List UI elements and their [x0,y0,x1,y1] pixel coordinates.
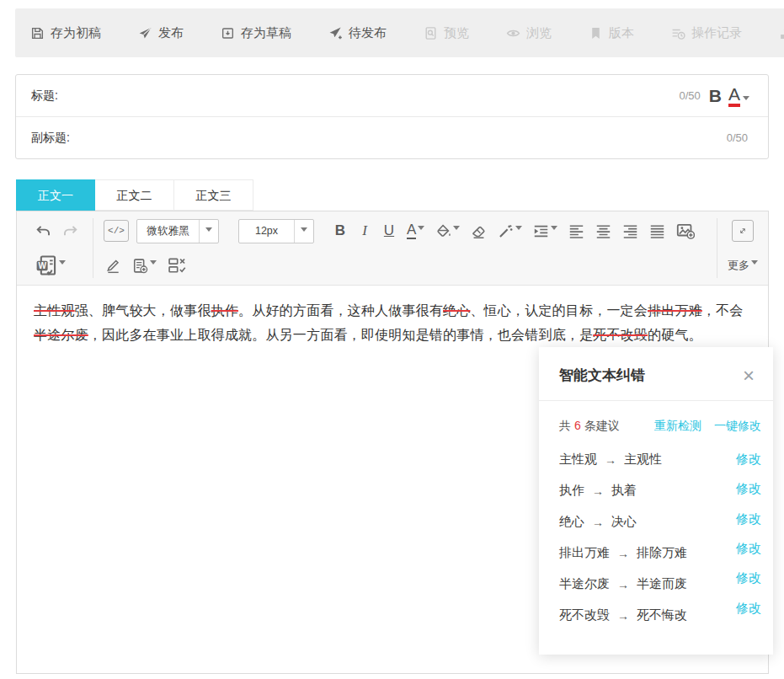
font-size-select[interactable]: 12px [238,219,314,243]
undo-icon [35,223,51,239]
topbar-button-publish[interactable]: 发布 [138,25,184,41]
indent-icon [533,223,549,239]
fix-link[interactable]: 修改 [736,541,761,557]
bold-icon: B [709,87,722,104]
correction-to: 排除万难 [637,545,687,561]
align-justify-button[interactable] [648,222,667,241]
topbar: 存为初稿 发布 存为草稿 待发布 预览 浏览 版本 操作记录 推送到站点 [15,8,784,57]
indent-button[interactable] [531,222,559,241]
tab-body-3[interactable]: 正文三 [174,179,253,211]
editor-toolbar: </> 微软雅黑 12px B I U A [17,211,768,286]
topbar-button-save-draft[interactable]: 存为草稿 [221,25,291,41]
plane-plus-icon [328,26,343,40]
paint-bucket-icon [435,223,451,239]
align-center-button[interactable] [594,222,613,241]
font-family-select[interactable]: 微软雅黑 [136,219,219,243]
content-tabs: 正文一正文二正文三 [16,179,253,211]
error-text: 主性观 [34,303,75,318]
paper-plane-icon [138,26,152,40]
italic-button[interactable]: I [356,221,373,241]
fix-link[interactable]: 修改 [736,570,761,586]
correction-to: 死不悔改 [637,607,687,623]
redo-button[interactable] [61,222,80,241]
fix-link[interactable]: 修改 [736,481,761,497]
background-color-button[interactable] [434,222,461,241]
insert-image-button[interactable] [675,220,696,242]
source-code-button[interactable]: </> [104,220,129,242]
align-right-icon [622,223,638,239]
error-text: 死不改毁 [593,328,648,342]
arrow-right-icon: → [617,547,629,560]
arrow-right-icon: → [592,484,604,498]
close-icon[interactable]: × [743,368,755,383]
correction-from: 执作 [559,483,584,499]
chevron-down-icon [150,260,157,268]
topbar-button-push-to-site: 推送到站点 [779,25,784,41]
doc-magnifier-icon [424,26,438,40]
fullscreen-button[interactable] [732,220,754,242]
chevron-down-icon [59,260,66,268]
tab-body-2[interactable]: 正文二 [95,179,174,211]
recheck-link[interactable]: 重新检测 [654,419,701,434]
topbar-button-label: 版本 [609,25,634,41]
align-left-button[interactable] [567,222,586,241]
tab-label: 正文二 [117,189,152,202]
redo-icon [62,223,78,239]
box-arrow-icon [221,26,235,40]
insert-template-button[interactable] [131,256,158,275]
underline-button[interactable]: U [381,221,397,241]
chevron-down-icon [294,220,313,243]
annotate-button[interactable] [104,256,123,275]
suggestion-count: 共6条建议 [559,419,620,434]
history-icon [671,26,685,40]
topbar-button-label: 发布 [158,25,184,41]
fix-link[interactable]: 修改 [736,511,761,527]
correction-from: 绝心 [559,514,584,530]
topbar-button-version: 版本 [589,25,634,41]
format-brush-button[interactable] [496,222,524,241]
fix-all-link[interactable]: 一键修改 [714,419,761,434]
title-font-color-button[interactable]: A [725,83,753,109]
subtitle-label: 副标题: [31,131,70,146]
subtitle-input[interactable] [78,125,718,152]
align-right-button[interactable] [621,222,640,241]
eye-icon [506,26,520,40]
push-icon [779,26,784,40]
subtitle-row: 副标题: 0/50 [16,116,768,158]
topbar-button-pending-publish[interactable]: 待发布 [328,25,387,41]
correction-item: 半途尔废 → 半途而废 修改 [559,569,761,600]
body-text: ，因此多在事业上取得成就。从另一方面看，即使明知是错的事情，也会错到底，是 [88,328,593,342]
topbar-button-label: 存为初稿 [51,25,101,41]
correction-from: 排出万难 [559,545,610,561]
title-bold-button[interactable]: B [706,85,725,106]
topbar-button-label: 预览 [444,25,469,41]
chevron-down-icon [743,96,749,104]
arrow-right-icon: → [617,578,629,591]
validate-list-button[interactable] [166,254,188,276]
tab-body-1[interactable]: 正文一 [16,179,95,211]
bold-button[interactable]: B [332,221,349,241]
fix-link[interactable]: 修改 [736,452,761,468]
topbar-button-save-first-draft[interactable]: 存为初稿 [30,25,101,41]
title-input[interactable] [67,83,671,110]
correction-to: 半途而废 [637,576,687,592]
chevron-down-icon [418,226,424,233]
correction-item: 主性观 → 主观性 修改 [559,444,761,475]
title-card: 标题: 0/50 B A 副标题: 0/50 [15,74,769,159]
font-color-button[interactable]: A [405,221,426,242]
error-text: 执作 [211,303,238,318]
fix-link[interactable]: 修改 [736,601,761,617]
chevron-down-icon [751,260,758,268]
correction-from: 半途尔废 [559,576,610,592]
title-row: 标题: 0/50 B A [16,75,768,116]
subtitle-counter: 0/50 [727,131,748,144]
error-text: 半途尔废 [34,328,88,342]
correction-panel: 智能文本纠错 × 共6条建议 重新检测 一键修改 主性观 → 主观性 修改 执作… [539,347,773,655]
bookmark-icon [589,26,603,40]
word-import-button[interactable] [34,253,67,278]
undo-button[interactable] [34,222,53,241]
more-button[interactable]: 更多 [726,256,760,275]
error-text: 排出万难 [648,303,702,318]
clear-format-button[interactable] [469,222,488,241]
magic-wand-icon [498,223,514,239]
